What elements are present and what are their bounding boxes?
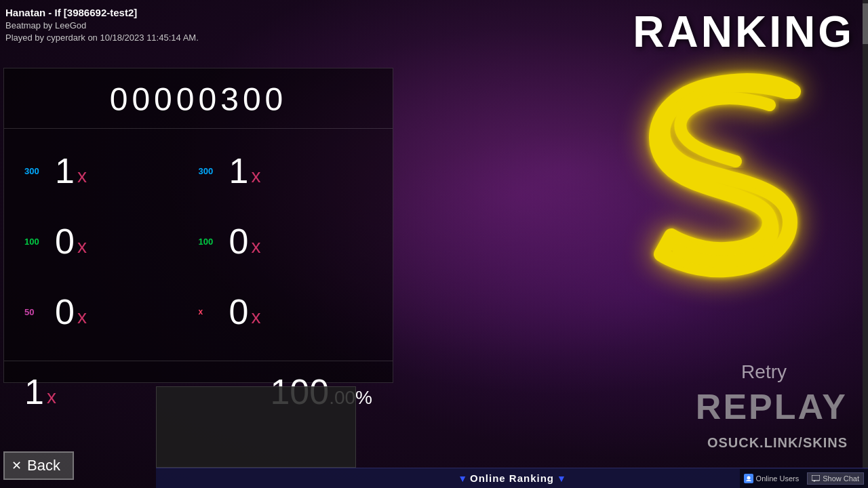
hit-label-100-left: 100 [24, 237, 48, 247]
online-ranking-text: Online Ranking [470, 472, 554, 484]
hit-label-300-right: 300 [199, 166, 222, 176]
online-users-section: Online Users [744, 474, 800, 483]
play-info: Played by cyperdark on 10/18/2023 11:45:… [5, 32, 199, 44]
replay-button[interactable]: REPLAY [696, 386, 848, 427]
back-x-icon: ✕ [12, 458, 22, 473]
online-users-icon [744, 474, 753, 483]
top-info: Hanatan - If [3986692-test2] Beatmap by … [5, 5, 199, 44]
back-label: Back [27, 457, 60, 474]
hit-mult-100-right: x [251, 236, 260, 258]
chat-icon [812, 475, 820, 482]
hit-value-100-right: 0 [229, 221, 249, 262]
online-users-label: Online Users [756, 474, 800, 483]
beatmap-info: Beatmap by LeeGod [5, 20, 199, 32]
hit-mult-300-right: x [251, 165, 260, 187]
combo-mult: x [47, 386, 56, 408]
triangle-right: ▼ [557, 473, 566, 484]
score-panel: 00000300 300 1 x 100 0 x 50 0 x [3, 68, 393, 383]
hit-row-300-right: 300 1 x [199, 136, 373, 206]
profile-box [156, 386, 356, 468]
hit-row-300-left: 300 1 x [24, 136, 199, 206]
hit-mult-50-left: x [77, 306, 87, 328]
triangle-left: ▼ [458, 473, 467, 484]
hit-label-50-left: 50 [24, 307, 48, 317]
right-hits: 300 1 x 100 0 x x 0 x [199, 136, 373, 347]
hit-value-300-left: 1 [55, 150, 75, 191]
osuck-link[interactable]: OSUCK.LINK/SKINS [707, 435, 848, 451]
hit-value-50-left: 0 [55, 291, 75, 332]
hit-row-50-left: 50 0 x [24, 277, 199, 347]
scrollbar[interactable] [863, 0, 868, 488]
hit-value-x-right: 0 [229, 291, 249, 332]
scrollbar-thumb[interactable] [863, 3, 868, 44]
hit-mult-100-left: x [77, 236, 87, 258]
hit-label-x-right: x [199, 307, 222, 317]
ranking-title: RANKING [633, 7, 854, 57]
song-title: Hanatan - If [3986692-test2] [5, 5, 199, 20]
back-button[interactable]: ✕ Back [3, 451, 74, 480]
hit-value-100-left: 0 [55, 221, 75, 262]
hit-row-100-left: 100 0 x [24, 206, 199, 277]
svg-point-0 [747, 476, 750, 480]
hit-label-100-right: 100 [199, 237, 222, 247]
hit-row-x-right: x 0 x [199, 277, 373, 347]
hit-value-300-right: 1 [229, 150, 249, 191]
grade-display [637, 54, 827, 285]
svg-rect-1 [812, 475, 820, 481]
show-chat-button[interactable]: Show Chat [807, 472, 864, 485]
combo-value: 1 [24, 371, 44, 412]
hit-mult-x-right: x [251, 306, 260, 328]
show-chat-label: Show Chat [823, 474, 859, 483]
hits-grid: 300 1 x 100 0 x 50 0 x 300 1 x [4, 129, 393, 354]
score-display: 00000300 [4, 68, 393, 129]
hit-label-300-left: 300 [24, 166, 48, 176]
hit-row-100-right: 100 0 x [199, 206, 373, 277]
left-hits: 300 1 x 100 0 x 50 0 x [24, 136, 199, 347]
bottom-right-bar: Online Users Show Chat [740, 469, 868, 488]
retry-button[interactable]: Retry [741, 361, 787, 383]
hit-mult-300-left: x [77, 165, 87, 187]
